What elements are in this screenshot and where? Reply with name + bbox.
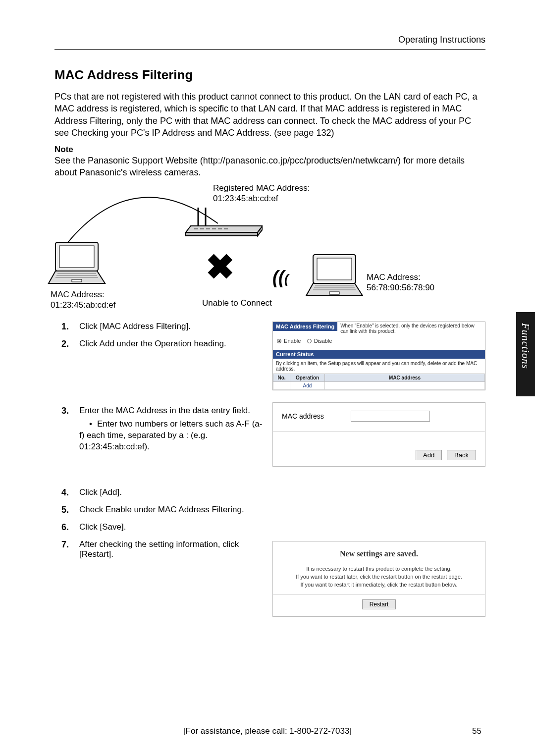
col-no: No. (273, 374, 290, 381)
step-number: 6. (61, 522, 79, 533)
svg-rect-15 (317, 258, 352, 280)
side-tab-label: Functions (516, 312, 532, 369)
mac-entry-panel: MAC address Add Back (272, 402, 485, 467)
unable-to-connect-label: Unable to Connect (202, 298, 272, 308)
page-number: 55 (472, 726, 482, 736)
step-text: Enter the MAC Address in the data entry … (79, 406, 250, 415)
status-hint: By clicking an item, the Setup pages wil… (273, 359, 485, 374)
step-text: Click [MAC Address Filtering]. (79, 322, 264, 332)
col-mac: MAC address (325, 374, 485, 381)
running-header: Operating Instructions (54, 35, 485, 45)
step-number: 5. (61, 505, 79, 515)
saved-panel: New settings are saved. It is necessary … (272, 541, 485, 617)
footer-assistance: [For assistance, please call: 1-800-272-… (183, 726, 352, 736)
right-mac-label: MAC Address: (367, 272, 421, 282)
note-label: Note (54, 145, 485, 155)
section-title: MAC Address Filtering (54, 67, 485, 83)
restart-button[interactable]: Restart (362, 599, 396, 609)
add-button[interactable]: Add (416, 450, 442, 460)
svg-rect-10 (72, 279, 82, 282)
step-number: 7. (61, 540, 79, 559)
router-icon (183, 205, 263, 242)
svg-rect-16 (329, 292, 339, 294)
col-operation: Operation (290, 374, 325, 381)
saved-line1: It is necessary to restart this product … (306, 566, 451, 572)
saved-line2: If you want to restart later, click the … (296, 574, 462, 580)
disable-label: Disable (314, 338, 332, 344)
back-button[interactable]: Back (447, 450, 476, 460)
panel-title: MAC Address Filtering (273, 322, 337, 331)
step-sub-text: Enter two numbers or letters such as A-F… (79, 419, 264, 453)
step-text: Click [Add]. (79, 487, 264, 498)
network-diagram: Registered MAC Address: 01:23:45:ab:cd:e… (54, 188, 485, 312)
left-mac-value: 01:23:45:ab:cd:ef (51, 300, 115, 310)
left-mac-label: MAC Address: (51, 290, 105, 299)
blocked-x-icon: ✖ (206, 250, 235, 284)
intro-paragraph: PCs that are not registered with this pr… (54, 91, 485, 139)
header-rule (54, 49, 485, 50)
add-link[interactable]: Add (303, 383, 312, 388)
wireless-wave-icon: ((( (272, 267, 289, 288)
saved-title: New settings are saved. (273, 549, 485, 558)
enable-label: Enable (284, 338, 301, 344)
svg-rect-9 (59, 246, 94, 268)
side-tab-functions: Functions (516, 312, 535, 396)
step-number: 4. (61, 487, 79, 498)
mac-input[interactable] (351, 411, 430, 422)
laptop-left-icon (45, 240, 109, 287)
status-title: Current Status (273, 350, 485, 359)
step-number: 3. (61, 406, 79, 453)
step-text: Click [Save]. (79, 522, 264, 533)
step-text: Click Add under the Operation heading. (79, 339, 264, 349)
enable-radio[interactable] (277, 339, 281, 343)
mac-input-label: MAC address (282, 412, 324, 420)
saved-line3: If you want to restart it immediately, c… (300, 582, 457, 588)
step-number: 2. (61, 339, 79, 349)
steps-list: 1. Click [MAC Address Filtering]. 2. Cli… (61, 322, 264, 349)
mac-table: No. Operation MAC address Add (273, 374, 485, 390)
step-text: After checking the setting information, … (79, 540, 264, 559)
panel-description: When "Enable" is selected, only the devi… (337, 322, 485, 335)
step-number: 1. (61, 322, 79, 332)
disable-radio[interactable] (307, 339, 312, 343)
step-text: Check Enable under MAC Address Filtering… (79, 505, 264, 515)
mac-filtering-panel: MAC Address Filtering When "Enable" is s… (272, 322, 485, 390)
right-mac-value: 56:78:90:56:78:90 (367, 283, 434, 292)
laptop-right-icon (302, 252, 367, 299)
